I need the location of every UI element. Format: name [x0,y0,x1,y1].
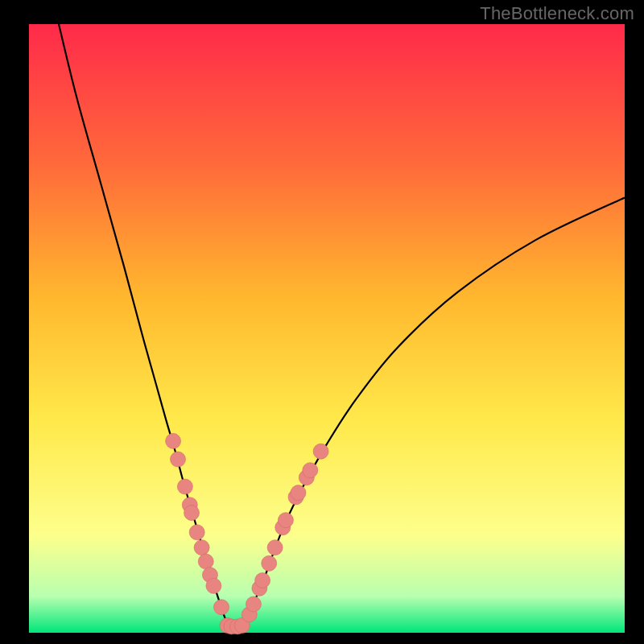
chart-container: { "watermark": "TheBottleneck.com", "col… [0,0,644,644]
data-marker [255,572,270,588]
data-marker [262,555,277,571]
data-marker [198,554,213,569]
data-marker [267,540,283,555]
data-marker [171,452,186,467]
watermark-text: TheBottleneck.com [480,3,634,24]
data-marker [303,463,318,478]
data-marker [184,506,200,521]
bottleneck-chart [0,0,644,644]
data-marker [166,433,181,448]
data-marker [177,479,192,494]
plot-area [29,24,625,633]
data-marker [246,597,261,612]
data-marker [313,444,328,459]
data-marker [206,578,221,593]
data-marker [194,540,209,555]
data-marker [278,513,293,528]
data-marker [291,485,306,501]
data-marker [189,525,204,540]
data-marker [214,600,229,615]
